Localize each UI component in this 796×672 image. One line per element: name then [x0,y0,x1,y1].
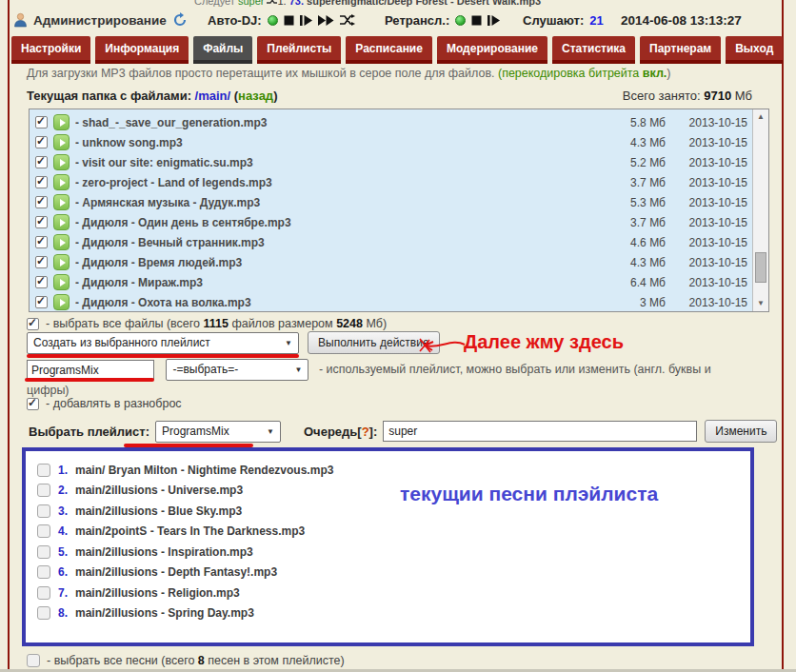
file-checkbox[interactable]: ✓ [35,136,48,148]
admin-title: Администрирование [33,13,167,28]
file-list-scrollbar[interactable]: ▲ ▼ [752,109,768,311]
play-next-icon[interactable] [488,15,500,26]
playlist-select[interactable]: ProgramsMix▼ [155,421,281,443]
scrollbar-thumb[interactable] [755,252,766,283]
annotation-current-songs: текущии песни плэйлиста [400,483,658,505]
play-button[interactable] [53,154,70,170]
recode-link[interactable]: (перекодировка битрейта [498,67,643,80]
file-size: 6.4 Мб [616,276,666,289]
next-queue-num: 1. [277,0,289,7]
play-button[interactable] [53,234,70,250]
file-checkbox[interactable]: ✓ [35,216,48,228]
recode-paren: ) [667,67,670,80]
autodj-status-dot [268,15,278,26]
play-button[interactable] [53,114,70,130]
playlist-choose-select[interactable]: -=выбрать=-▼ [166,359,308,381]
play-button[interactable] [53,254,70,270]
song-number: 3. [58,504,68,518]
playlist-name-input[interactable] [27,360,154,380]
tab-exit[interactable]: Выход [726,36,783,64]
play-button[interactable] [53,134,70,150]
file-date: 2013-10-15 [671,176,747,189]
file-date: 2013-10-15 [671,136,747,149]
file-row: ✓ - Дидюля - Мираж.mp3 6.4 Мб 2013-10-15 [35,272,747,292]
play-button[interactable] [53,294,70,310]
autodj-label: Авто-DJ: [208,13,262,28]
datetime-group: 2014-06-08 13:13:27 [621,9,742,31]
song-number: 5. [58,545,68,559]
file-size: 5.3 Мб [616,196,666,209]
disk-usage-value: 9710 [704,89,731,103]
shuffle-icon[interactable] [340,14,355,26]
file-checkbox[interactable]: ✓ [35,176,48,188]
tab-schedule[interactable]: Расписание [346,36,432,64]
song-checkbox[interactable] [37,504,50,518]
tab-information[interactable]: Информация [95,36,189,64]
queue-help-link[interactable]: ? [362,425,369,439]
add-shuffled-checkbox[interactable]: ✓ [27,398,39,410]
recode-state[interactable]: вкл. [643,67,667,80]
action-select[interactable]: Создать из выбранного плейлист▼ [27,332,299,354]
song-name: main/2illusions - Blue Sky.mp3 [75,504,242,518]
check-icon: ✓ [36,294,46,307]
current-folder-link[interactable]: /main/ [195,89,234,103]
file-checkbox[interactable]: ✓ [35,296,48,308]
relay-status-dot [455,15,466,26]
file-date: 2013-10-15 [671,196,747,209]
action-row: Создать из выбранного плейлист▼ Выполнит… [27,331,440,354]
song-checkbox[interactable] [37,545,50,559]
back-link[interactable]: назад [238,89,273,103]
listeners-group: Слушают: 21 [523,9,604,31]
file-row: ✓ - Дидюля - Один день в сентябре.mp3 3.… [35,212,747,232]
file-checkbox[interactable]: ✓ [35,196,48,208]
file-date: 2013-10-15 [671,256,747,269]
check-icon: ✓ [36,214,46,227]
scroll-up-icon[interactable]: ▲ [753,109,768,125]
song-number: 6. [58,565,68,579]
song-number: 4. [58,524,68,538]
song-checkbox[interactable] [37,524,50,538]
file-name: - Дидюля - Один день в сентябре.mp3 [75,216,610,229]
song-checkbox[interactable] [37,606,50,620]
file-list: ✓ - shad_-_save_our_generation.mp3 5.8 М… [29,109,769,312]
playlist-select-value: ProgramsMix [162,425,229,438]
file-row: ✓ - Дидюля - Время людей.mp3 4.3 Мб 2013… [35,252,747,272]
file-checkbox[interactable]: ✓ [35,156,48,168]
select-all-songs-checkbox[interactable] [27,654,40,667]
stop-icon[interactable] [471,15,482,26]
fast-forward-icon[interactable] [318,15,334,26]
tab-partners[interactable]: Партнерам [640,36,721,64]
play-button[interactable] [53,274,70,290]
song-checkbox[interactable] [37,484,50,497]
song-checkbox[interactable] [37,565,50,579]
refresh-icon[interactable] [172,12,188,28]
tab-settings[interactable]: Настройки [11,36,90,64]
play-button[interactable] [53,214,70,230]
tab-statistics[interactable]: Статистика [552,36,635,64]
autodj-group: Авто-DJ: [208,9,355,31]
file-checkbox[interactable]: ✓ [35,236,48,248]
queue-input[interactable] [383,421,697,442]
select-all-files-text2: файлов размером [229,317,336,330]
tab-moderation[interactable]: Модерирование [437,36,547,64]
select-all-files-checkbox[interactable]: ✓ [27,318,39,330]
file-name: - visit our site: enigmatic.su.mp3 [75,156,610,169]
file-checkbox[interactable]: ✓ [35,116,48,128]
disk-usage-unit: Мб [731,89,752,103]
scroll-down-icon[interactable]: ▼ [753,296,768,311]
play-next-icon[interactable] [300,15,312,26]
file-checkbox[interactable]: ✓ [35,256,48,268]
song-checkbox[interactable] [37,586,50,600]
page-right-border [782,0,784,672]
change-button[interactable]: Изменить [705,420,777,443]
listeners-count: 21 [589,13,603,28]
tab-playlists[interactable]: Плейлисты [257,36,341,64]
play-button[interactable] [53,174,70,190]
file-row: ✓ - visit our site: enigmatic.su.mp3 5.2… [35,152,747,172]
tab-files[interactable]: Файлы [193,36,252,64]
disk-usage-label: Всего занято: [623,89,704,103]
play-button[interactable] [53,194,70,210]
stop-icon[interactable] [284,15,294,26]
file-checkbox[interactable]: ✓ [35,276,48,288]
song-checkbox[interactable] [37,464,50,477]
